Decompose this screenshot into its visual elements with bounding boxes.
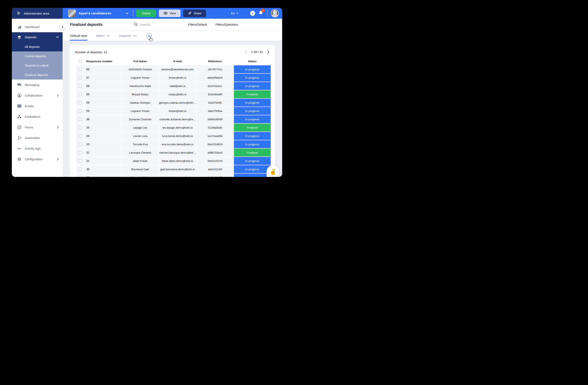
row-checkbox[interactable] bbox=[79, 76, 82, 79]
status-badge[interactable]: Finalized bbox=[234, 149, 271, 157]
sidebar-subitem-label: Current deposits bbox=[25, 55, 46, 58]
status-badge[interactable]: Finalized bbox=[234, 124, 271, 132]
column-header-email[interactable]: E-mail bbox=[159, 60, 196, 63]
column-header-fullname[interactable]: Full Name bbox=[122, 60, 159, 63]
sidebar-item-evaluations[interactable]: Evaluations bbox=[12, 111, 63, 122]
sidebar-collapse-button[interactable] bbox=[60, 24, 65, 30]
sidebar-subitem-finalized-deposits[interactable]: Finalized deposits bbox=[12, 70, 63, 79]
search-input[interactable] bbox=[140, 23, 167, 26]
status-badge[interactable]: In progress bbox=[234, 65, 271, 73]
project-title: Appel à candidatures bbox=[79, 11, 111, 15]
filters-questions-link[interactable]: Filters/Questions bbox=[215, 23, 238, 26]
table-row[interactable]: 65 Motard Mailys mailys@wiin.io 923e0b4d… bbox=[76, 90, 271, 98]
reference-cell: 512f8a5bd5 bbox=[196, 124, 233, 132]
search-box[interactable] bbox=[134, 22, 167, 27]
row-checkbox[interactable] bbox=[79, 143, 82, 146]
status-badge[interactable]: In progress bbox=[234, 107, 271, 115]
table-row[interactable]: 36 Duhamel Charlotte charlotte.duhamel.d… bbox=[76, 115, 271, 123]
share-button[interactable]: Share bbox=[183, 10, 206, 17]
filters-default-link[interactable]: Filters/Default bbox=[188, 23, 207, 26]
table-row[interactable]: 35 Lepage Leo leo.lepage.demo@wiin.io 51… bbox=[76, 124, 271, 132]
row-checkbox[interactable] bbox=[79, 93, 82, 96]
row-checkbox[interactable] bbox=[79, 68, 82, 71]
row-checkbox[interactable] bbox=[79, 126, 82, 129]
table-row[interactable]: 66 Hamitouche Nabil nabil@wiin.io d1147d… bbox=[76, 82, 271, 90]
table-row[interactable]: 32 Larocque Clement clement.larocque.dem… bbox=[76, 149, 271, 157]
table-row[interactable]: 30 Bourassa Gael gael.bourassa.demo@wiin… bbox=[76, 165, 271, 173]
sidebar-item-dashboard[interactable]: Dashboard bbox=[12, 22, 63, 32]
row-checkbox-cell bbox=[76, 124, 84, 132]
notifications-button[interactable]: 6 bbox=[258, 10, 263, 16]
online-status-button[interactable]: Online bbox=[136, 10, 156, 17]
select-all-checkbox[interactable] bbox=[79, 60, 82, 63]
row-checkbox-cell bbox=[76, 74, 84, 82]
row-checkbox[interactable] bbox=[79, 101, 82, 104]
status-badge[interactable]: In progress bbox=[234, 74, 271, 82]
status-badge[interactable]: In progress bbox=[234, 115, 271, 123]
tab-deposits[interactable]: Deposits ••• bbox=[119, 34, 137, 41]
project-selector[interactable]: Appel à candidatures bbox=[68, 9, 133, 17]
table-row[interactable]: 59 Nadeau Georges georges.nadeau.demo@wi… bbox=[76, 99, 271, 107]
sidebar-item-messaging[interactable]: Messaging bbox=[12, 79, 63, 90]
status-badge[interactable]: In progress bbox=[234, 140, 271, 148]
sidebar-item-deposits[interactable]: Deposits bbox=[12, 32, 63, 42]
row-checkbox[interactable] bbox=[79, 135, 82, 137]
table-row[interactable]: 29 Sabourin Celia celia.sabourin.demo@wi… bbox=[76, 174, 271, 177]
full-name-cell: Lepage Leo bbox=[122, 124, 159, 132]
status-badge[interactable]: In progress bbox=[234, 99, 271, 107]
sidebar-subitem-label: All deposits bbox=[25, 45, 40, 48]
table-row[interactable]: 33 Turcotte Eva eva.turcotte.demo@wiin.i… bbox=[76, 140, 271, 148]
sidebar-header[interactable]: Administrator area bbox=[12, 8, 63, 19]
table-row[interactable]: 68 ADEGNOH Antoine antoine@wearekernel.c… bbox=[76, 65, 271, 73]
status-badge[interactable]: Finalized bbox=[234, 90, 271, 98]
sidebar-subitem-all-deposits[interactable]: All deposits bbox=[12, 42, 63, 51]
sidebar-item-forms[interactable]: Forms bbox=[12, 122, 63, 133]
status-badge[interactable]: In progress bbox=[234, 157, 271, 165]
row-checkbox-cell bbox=[76, 157, 84, 165]
column-header-reference[interactable]: Reference bbox=[196, 60, 233, 63]
info-icon[interactable] bbox=[250, 11, 255, 16]
table-row[interactable]: 67 Legrand Tristan tristan@wiin.io a0ba0… bbox=[76, 74, 271, 82]
row-checkbox[interactable] bbox=[79, 151, 82, 154]
user-avatar[interactable] bbox=[271, 9, 279, 17]
tab-select[interactable]: Select ••• bbox=[96, 34, 110, 41]
add-view-button[interactable] bbox=[146, 33, 152, 39]
row-checkbox[interactable] bbox=[79, 176, 82, 177]
reference-cell: d1147dcb1c bbox=[196, 82, 233, 90]
sidebar-item-automation[interactable]: Automation bbox=[12, 133, 63, 143]
topbar-divider bbox=[267, 10, 268, 17]
row-checkbox-cell bbox=[76, 82, 84, 90]
previous-page-button[interactable] bbox=[245, 50, 247, 54]
sidebar-item-emails[interactable]: Emails bbox=[12, 101, 63, 111]
deposits-card: Number of deposits: 31 1-20 / 31 bbox=[70, 45, 275, 177]
sidebar-subitem-current-deposits[interactable]: Current deposits bbox=[12, 51, 63, 61]
column-header-responses[interactable]: Responses number bbox=[84, 60, 121, 63]
full-name-cell: Larocque Clement bbox=[122, 149, 159, 157]
table-row[interactable]: 34 Lavoie Luca luca.lavoie.demo@wiin.io … bbox=[76, 132, 271, 140]
sidebar-subitem-deposits-to-unlock[interactable]: Deposits to unlock bbox=[12, 61, 63, 70]
status-badge[interactable]: In progress bbox=[234, 165, 271, 173]
row-checkbox[interactable] bbox=[79, 85, 82, 88]
sidebar-item-collaborators[interactable]: Collaborators bbox=[12, 90, 63, 101]
sidebar-item-activity-logs[interactable]: Activity logs bbox=[12, 143, 63, 154]
table-row[interactable]: 31 Allain Flavie flavie.allain.demo@wiin… bbox=[76, 157, 271, 165]
tab-options-icon[interactable]: ••• bbox=[133, 34, 137, 37]
row-checkbox[interactable] bbox=[79, 168, 82, 171]
help-widget-button[interactable]: ✌️ bbox=[267, 165, 279, 177]
status-badge[interactable]: In progress bbox=[234, 82, 271, 90]
sidebar-item-configuration[interactable]: Configuration bbox=[12, 154, 63, 164]
row-checkbox[interactable] bbox=[79, 159, 82, 162]
language-selector[interactable]: En bbox=[231, 12, 238, 15]
responses-number-cell: 59 bbox=[84, 99, 121, 107]
status-badge[interactable]: In progress bbox=[234, 132, 271, 140]
row-checkbox[interactable] bbox=[79, 110, 82, 113]
next-page-button[interactable] bbox=[267, 50, 270, 54]
column-header-status[interactable]: Status bbox=[234, 60, 271, 63]
tab-options-icon[interactable]: ••• bbox=[106, 34, 110, 37]
row-checkbox[interactable] bbox=[79, 118, 82, 121]
status-badge[interactable]: In progress bbox=[234, 174, 271, 177]
online-label: Online bbox=[142, 12, 150, 15]
tab-default-view[interactable]: Default view bbox=[70, 34, 87, 41]
table-row[interactable]: 58 Legrand Tristan tristan@wiin.io dbe07… bbox=[76, 107, 271, 115]
view-button[interactable]: View bbox=[159, 10, 180, 17]
